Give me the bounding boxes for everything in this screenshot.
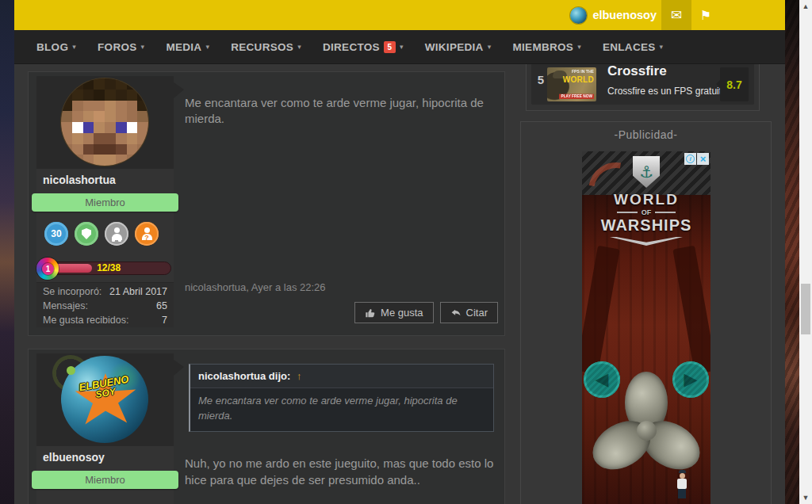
logo-word: WARSHIPS — [601, 216, 692, 235]
forum-post-1: nicolashortua Miembro 30 — [28, 71, 505, 336]
experience-progress: 12/38 1 — [36, 257, 174, 281]
nav-item-blog[interactable]: BLOG ▾ — [36, 41, 76, 53]
game-list-item[interactable]: 5 FPS IN THE WORLD PLAY FREE NOW Crossfi… — [531, 60, 754, 105]
nav-label: WIKIPEDIA — [425, 41, 484, 53]
chevron-down-icon: ▾ — [488, 43, 492, 51]
quote-block: nicolashortua dijo: ↑ Me encantara ver c… — [189, 364, 494, 432]
notification-badge: 5 — [384, 41, 396, 53]
trophy-question-icon[interactable]: ? — [135, 222, 159, 246]
flag-icon: ⚑ — [700, 8, 711, 23]
avatar-pixel-row — [61, 133, 148, 144]
world-of-warships-logo: ⚓ WORLD OF WARSHIPS — [582, 156, 710, 246]
stat-value: 7 — [162, 313, 167, 327]
author-username[interactable]: elbuenosoy — [36, 446, 174, 468]
adchoices-info-button[interactable]: i — [684, 153, 696, 165]
game-thumbnail[interactable]: FPS IN THE WORLD PLAY FREE NOW — [547, 67, 596, 101]
scroll-down-arrow[interactable]: ▼ — [799, 491, 812, 504]
info-icon: i — [686, 155, 695, 163]
author-username[interactable]: nicolashortua — [36, 169, 174, 191]
avatar-container: ELBUENO SOY — [36, 353, 174, 446]
nav-item-wikipedia[interactable]: WIKIPEDIA ▾ — [425, 41, 492, 53]
chevron-down-icon: ▾ — [297, 43, 301, 51]
trophy-number: 30 — [51, 228, 61, 239]
account-menu[interactable]: elbuenosoy — [570, 0, 657, 30]
author-panel: ELBUENO SOY elbuenosoy Miembro — [36, 353, 174, 504]
account-username: elbuenosoy — [592, 9, 657, 21]
nav-label: BLOG — [36, 41, 68, 53]
nav-label: FOROS — [98, 41, 137, 53]
author-stats: Se incorporó: 21 Abril 2017 Mensajes: 65… — [36, 282, 174, 327]
game-title[interactable]: Crossfire — [607, 63, 667, 79]
nav-item-media[interactable]: MEDIA ▾ — [166, 41, 209, 53]
logo-line — [655, 212, 676, 213]
chevron-down-icon: ▾ — [72, 43, 76, 51]
logo-chevron — [610, 237, 683, 246]
nav-item-recursos[interactable]: RECURSOS ▾ — [231, 41, 301, 53]
forum-page: elbuenosoy ✉ ⚑ BLOG ▾ FOROS ▾ MEDIA ▾ — [0, 0, 812, 504]
nav-item-enlaces[interactable]: ENLACES ▾ — [603, 41, 663, 53]
thumb-text-world: WORLD — [563, 75, 594, 84]
avatar-pixel-row — [61, 144, 148, 155]
inbox-button[interactable]: ✉ — [661, 0, 691, 30]
member-role-badge: Miembro — [32, 471, 178, 489]
thumb-play-button: PLAY FREE NOW — [559, 94, 594, 99]
quote-author: nicolashortua dijo: — [198, 370, 290, 382]
avatar-pixel-row — [61, 101, 148, 112]
top-bar: elbuenosoy ✉ ⚑ — [14, 0, 785, 30]
avatar-pixel-row — [61, 90, 148, 101]
vertical-scrollbar[interactable]: ▲ ▼ — [799, 0, 812, 504]
post-timestamp[interactable]: nicolashortua, Ayer a las 22:26 — [185, 281, 326, 293]
ad-close-button[interactable]: × — [697, 153, 709, 165]
member-role-badge: Miembro — [32, 193, 178, 212]
quote-button[interactable]: Citar — [440, 302, 498, 323]
alerts-button[interactable]: ⚑ — [693, 0, 718, 30]
post-actions: Me gusta Citar — [354, 302, 498, 323]
user-avatar-nicolashortua[interactable] — [61, 78, 148, 166]
world-of-warships-ad[interactable]: ⚓ WORLD OF WARSHIPS ◀ — [582, 151, 710, 504]
game-rank: 5 — [534, 73, 547, 86]
quoted-text: Me encantara ver como te arde verme juga… — [190, 388, 493, 431]
progress-label: 12/38 — [97, 262, 121, 274]
quote-header[interactable]: nicolashortua dijo: ↑ — [190, 365, 493, 388]
background-image-left — [0, 0, 14, 504]
nav-item-miembros[interactable]: MIEMBROS ▾ — [512, 41, 580, 53]
trophy-30-points[interactable]: 30 — [44, 222, 68, 246]
envelope-icon: ✉ — [671, 7, 682, 24]
chevron-down-icon: ▾ — [577, 43, 581, 51]
stat-value: 65 — [156, 299, 167, 313]
thumbs-up-icon — [365, 307, 376, 319]
adchoices-controls: i × — [684, 153, 709, 165]
nav-item-foros[interactable]: FOROS ▾ — [98, 41, 144, 53]
stat-likes-received: Me gusta recibidos: 7 — [43, 313, 167, 327]
like-button[interactable]: Me gusta — [354, 302, 433, 323]
logo-of-row: OF — [617, 208, 676, 216]
scroll-up-arrow[interactable]: ▲ — [799, 0, 812, 13]
chevron-down-icon: ▾ — [205, 43, 209, 51]
speech-bubble-tail — [174, 82, 184, 98]
avatar-pixel-row — [61, 155, 148, 166]
nav-label: RECURSOS — [231, 41, 293, 53]
content-area: nicolashortua Miembro 30 — [14, 63, 785, 504]
stat-joined: Se incorporó: 21 Abril 2017 — [43, 284, 167, 299]
person-icon: ? — [140, 227, 153, 240]
trophy-shield-icon[interactable] — [75, 222, 98, 246]
quote-label: Citar — [466, 307, 488, 319]
scrollbar-thumb[interactable] — [801, 284, 810, 334]
trophy-likes-icon[interactable] — [105, 222, 128, 246]
stat-label: Me gusta recibidos: — [43, 313, 128, 327]
like-label: Me gusta — [381, 307, 423, 319]
online-status-dot — [67, 366, 75, 375]
speech-bubble-tail — [174, 360, 184, 376]
stat-value: 21 Abril 2017 — [109, 284, 167, 299]
trophy-list: 30 — [44, 222, 159, 246]
stat-label: Mensajes: — [43, 299, 88, 313]
shield-icon — [82, 228, 91, 239]
jump-to-post-arrow[interactable]: ↑ — [297, 370, 302, 382]
main-navigation: BLOG ▾ FOROS ▾ MEDIA ▾ RECURSOS ▾ DIRECT… — [14, 30, 785, 63]
nav-item-directos[interactable]: DIRECTOS 5 ▾ — [323, 41, 404, 53]
avatar-pixel-row — [61, 78, 148, 90]
forum-post-2: ELBUENO SOY elbuenosoy Miembro nicolasho… — [28, 349, 505, 504]
thumb-up-icon — [118, 237, 121, 242]
person-icon — [110, 227, 123, 240]
reply-arrow-icon — [450, 307, 462, 319]
